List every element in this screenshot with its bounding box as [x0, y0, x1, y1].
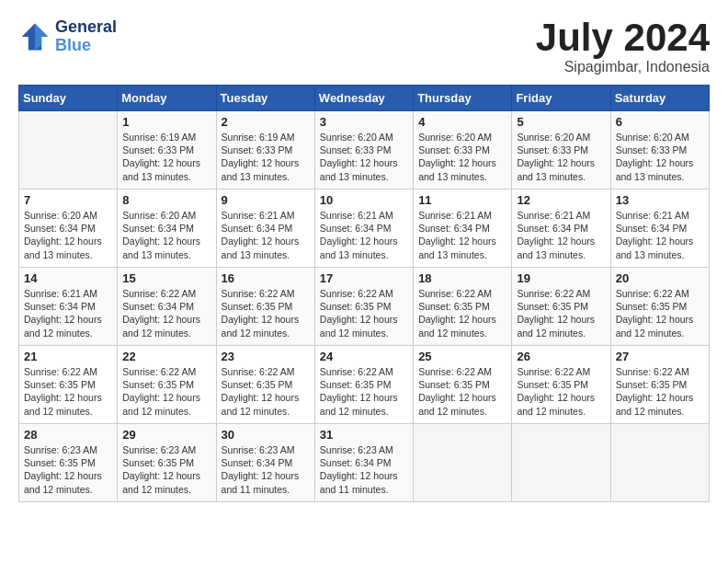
- day-number: 13: [616, 193, 704, 207]
- calendar-table: SundayMondayTuesdayWednesdayThursdayFrid…: [18, 85, 710, 502]
- day-number: 15: [122, 271, 210, 285]
- day-info: Sunrise: 6:23 AM Sunset: 6:35 PM Dayligh…: [24, 443, 112, 496]
- calendar-cell: 10Sunrise: 6:21 AM Sunset: 6:34 PM Dayli…: [314, 190, 413, 268]
- page-header: General Blue July 2024 Sipagimbar, Indon…: [18, 18, 710, 75]
- calendar-cell: 23Sunrise: 6:22 AM Sunset: 6:35 PM Dayli…: [216, 346, 314, 424]
- calendar-cell: 26Sunrise: 6:22 AM Sunset: 6:35 PM Dayli…: [512, 346, 610, 424]
- day-info: Sunrise: 6:22 AM Sunset: 6:35 PM Dayligh…: [418, 365, 506, 418]
- day-info: Sunrise: 6:22 AM Sunset: 6:35 PM Dayligh…: [517, 287, 605, 339]
- weekday-header-row: SundayMondayTuesdayWednesdayThursdayFrid…: [19, 86, 710, 111]
- calendar-week-2: 7Sunrise: 6:20 AM Sunset: 6:34 PM Daylig…: [19, 190, 710, 268]
- day-number: 2: [222, 115, 310, 129]
- day-number: 9: [222, 193, 310, 207]
- day-number: 21: [24, 350, 112, 363]
- day-info: Sunrise: 6:21 AM Sunset: 6:34 PM Dayligh…: [320, 209, 408, 261]
- day-info: Sunrise: 6:22 AM Sunset: 6:35 PM Dayligh…: [418, 287, 506, 339]
- day-info: Sunrise: 6:23 AM Sunset: 6:35 PM Dayligh…: [122, 443, 210, 496]
- day-info: Sunrise: 6:20 AM Sunset: 6:34 PM Dayligh…: [24, 209, 112, 261]
- calendar-cell: 20Sunrise: 6:22 AM Sunset: 6:35 PM Dayli…: [610, 268, 709, 346]
- calendar-cell: 7Sunrise: 6:20 AM Sunset: 6:34 PM Daylig…: [19, 190, 118, 268]
- day-info: Sunrise: 6:22 AM Sunset: 6:35 PM Dayligh…: [616, 365, 704, 418]
- calendar-week-3: 14Sunrise: 6:21 AM Sunset: 6:34 PM Dayli…: [19, 268, 710, 346]
- calendar-cell: 4Sunrise: 6:20 AM Sunset: 6:33 PM Daylig…: [414, 111, 512, 190]
- day-number: 30: [222, 428, 310, 442]
- calendar-cell: 29Sunrise: 6:23 AM Sunset: 6:35 PM Dayli…: [118, 424, 216, 502]
- logo-text: General Blue: [55, 18, 117, 55]
- day-info: Sunrise: 6:19 AM Sunset: 6:33 PM Dayligh…: [222, 131, 310, 183]
- day-number: 20: [616, 271, 704, 285]
- day-info: Sunrise: 6:21 AM Sunset: 6:34 PM Dayligh…: [616, 209, 704, 261]
- calendar-cell: 28Sunrise: 6:23 AM Sunset: 6:35 PM Dayli…: [19, 424, 118, 502]
- calendar-cell: 17Sunrise: 6:22 AM Sunset: 6:35 PM Dayli…: [314, 268, 413, 346]
- calendar-cell: 6Sunrise: 6:20 AM Sunset: 6:33 PM Daylig…: [610, 111, 709, 190]
- day-info: Sunrise: 6:22 AM Sunset: 6:35 PM Dayligh…: [320, 287, 408, 339]
- weekday-header-wednesday: Wednesday: [314, 86, 413, 111]
- calendar-cell: [610, 424, 709, 502]
- weekday-header-tuesday: Tuesday: [216, 86, 314, 111]
- day-info: Sunrise: 6:21 AM Sunset: 6:34 PM Dayligh…: [418, 209, 506, 261]
- day-info: Sunrise: 6:22 AM Sunset: 6:35 PM Dayligh…: [517, 365, 605, 418]
- day-number: 28: [24, 428, 112, 442]
- weekday-header-thursday: Thursday: [414, 86, 512, 111]
- calendar-cell: 5Sunrise: 6:20 AM Sunset: 6:33 PM Daylig…: [512, 111, 610, 190]
- day-number: 29: [122, 428, 210, 442]
- day-info: Sunrise: 6:22 AM Sunset: 6:34 PM Dayligh…: [122, 287, 210, 339]
- calendar-cell: 15Sunrise: 6:22 AM Sunset: 6:34 PM Dayli…: [118, 268, 216, 346]
- day-info: Sunrise: 6:21 AM Sunset: 6:34 PM Dayligh…: [517, 209, 605, 261]
- day-info: Sunrise: 6:20 AM Sunset: 6:33 PM Dayligh…: [320, 131, 408, 183]
- calendar-cell: 1Sunrise: 6:19 AM Sunset: 6:33 PM Daylig…: [118, 111, 216, 190]
- day-number: 12: [517, 193, 605, 207]
- day-number: 10: [320, 193, 408, 207]
- month-title: July 2024: [536, 18, 710, 57]
- calendar-week-5: 28Sunrise: 6:23 AM Sunset: 6:35 PM Dayli…: [19, 424, 710, 502]
- day-number: 26: [517, 350, 605, 363]
- day-number: 18: [418, 271, 506, 285]
- title-area: July 2024 Sipagimbar, Indonesia: [536, 18, 710, 75]
- day-info: Sunrise: 6:22 AM Sunset: 6:35 PM Dayligh…: [320, 365, 408, 418]
- day-info: Sunrise: 6:22 AM Sunset: 6:35 PM Dayligh…: [222, 365, 310, 418]
- day-info: Sunrise: 6:20 AM Sunset: 6:33 PM Dayligh…: [616, 131, 704, 183]
- day-number: 22: [122, 350, 210, 363]
- day-number: 23: [222, 350, 310, 363]
- day-number: 16: [222, 271, 310, 285]
- day-number: 25: [418, 350, 506, 363]
- day-info: Sunrise: 6:23 AM Sunset: 6:34 PM Dayligh…: [222, 443, 310, 496]
- calendar-cell: [19, 111, 118, 190]
- calendar-week-1: 1Sunrise: 6:19 AM Sunset: 6:33 PM Daylig…: [19, 111, 710, 190]
- day-info: Sunrise: 6:22 AM Sunset: 6:35 PM Dayligh…: [122, 365, 210, 418]
- calendar-header: SundayMondayTuesdayWednesdayThursdayFrid…: [19, 86, 710, 111]
- calendar-cell: [414, 424, 512, 502]
- day-number: 14: [24, 271, 112, 285]
- day-info: Sunrise: 6:22 AM Sunset: 6:35 PM Dayligh…: [24, 365, 112, 418]
- calendar-cell: [512, 424, 610, 502]
- location-subtitle: Sipagimbar, Indonesia: [536, 59, 710, 75]
- calendar-cell: 27Sunrise: 6:22 AM Sunset: 6:35 PM Dayli…: [610, 346, 709, 424]
- calendar-cell: 9Sunrise: 6:21 AM Sunset: 6:34 PM Daylig…: [216, 190, 314, 268]
- calendar-cell: 8Sunrise: 6:20 AM Sunset: 6:34 PM Daylig…: [118, 190, 216, 268]
- calendar-cell: 2Sunrise: 6:19 AM Sunset: 6:33 PM Daylig…: [216, 111, 314, 190]
- calendar-week-4: 21Sunrise: 6:22 AM Sunset: 6:35 PM Dayli…: [19, 346, 710, 424]
- weekday-header-monday: Monday: [118, 86, 216, 111]
- day-info: Sunrise: 6:20 AM Sunset: 6:33 PM Dayligh…: [418, 131, 506, 183]
- calendar-cell: 12Sunrise: 6:21 AM Sunset: 6:34 PM Dayli…: [512, 190, 610, 268]
- calendar-cell: 14Sunrise: 6:21 AM Sunset: 6:34 PM Dayli…: [19, 268, 118, 346]
- day-number: 4: [418, 115, 506, 129]
- day-info: Sunrise: 6:20 AM Sunset: 6:33 PM Dayligh…: [517, 131, 605, 183]
- calendar-cell: 30Sunrise: 6:23 AM Sunset: 6:34 PM Dayli…: [216, 424, 314, 502]
- calendar-cell: 22Sunrise: 6:22 AM Sunset: 6:35 PM Dayli…: [118, 346, 216, 424]
- logo: General Blue: [18, 18, 117, 55]
- calendar-cell: 13Sunrise: 6:21 AM Sunset: 6:34 PM Dayli…: [610, 190, 709, 268]
- weekday-header-sunday: Sunday: [19, 86, 118, 111]
- calendar-cell: 3Sunrise: 6:20 AM Sunset: 6:33 PM Daylig…: [314, 111, 413, 190]
- day-info: Sunrise: 6:21 AM Sunset: 6:34 PM Dayligh…: [222, 209, 310, 261]
- day-number: 19: [517, 271, 605, 285]
- day-info: Sunrise: 6:20 AM Sunset: 6:34 PM Dayligh…: [122, 209, 210, 261]
- day-number: 3: [320, 115, 408, 129]
- day-info: Sunrise: 6:19 AM Sunset: 6:33 PM Dayligh…: [122, 131, 210, 183]
- day-number: 6: [616, 115, 704, 129]
- day-number: 11: [418, 193, 506, 207]
- day-number: 7: [24, 193, 112, 207]
- day-number: 5: [517, 115, 605, 129]
- day-number: 27: [616, 350, 704, 363]
- day-number: 1: [122, 115, 210, 129]
